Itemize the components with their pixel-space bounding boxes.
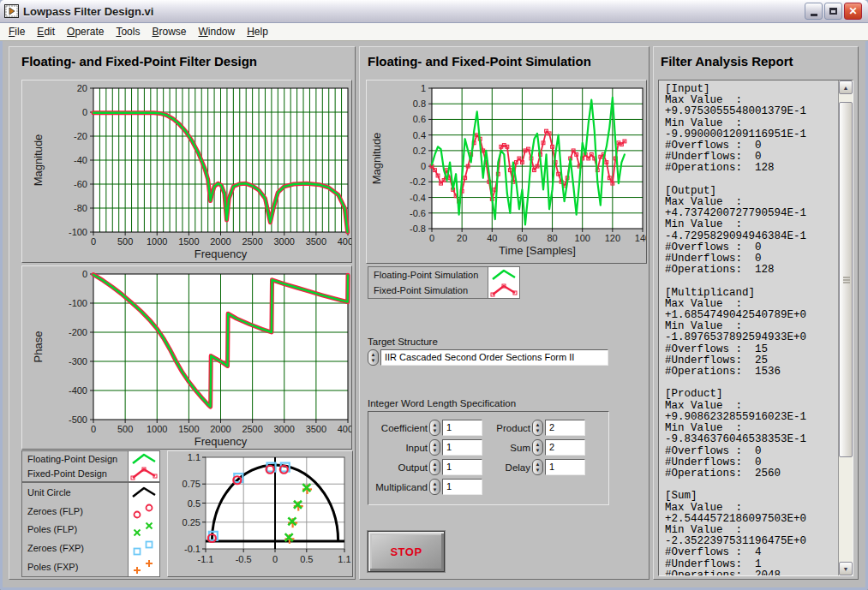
sim-legend-row[interactable]: Fixed-Point Simulation <box>368 283 519 298</box>
iwl-spinner-coefficient[interactable]: ▲▼ <box>429 420 440 436</box>
svg-text:-0.6: -0.6 <box>410 208 426 218</box>
svg-text:-80: -80 <box>74 203 87 213</box>
iwl-label-coefficient: Coefficient <box>368 423 428 433</box>
simulation-graph[interactable]: 02040608010012014010.80.60.40.20-0.2-0.4… <box>366 80 647 264</box>
iwl-spinner-delay[interactable]: ▲▼ <box>532 459 543 475</box>
iwl-control-output: Output▲▼1 <box>368 459 482 475</box>
close-button[interactable]: ✕ <box>844 3 862 20</box>
target-structure-control[interactable]: ▲▼ IIR Cascaded Second Order Sections Fo… <box>368 349 608 366</box>
sim-legend-sample-icon[interactable] <box>488 267 519 283</box>
svg-text:0: 0 <box>421 161 426 171</box>
svg-text:-0.5: -0.5 <box>236 554 252 564</box>
minimize-button[interactable] <box>805 3 823 20</box>
scrollbar-thumb[interactable] <box>839 102 853 457</box>
pole-zero-plot[interactable]: -1.1-0.500.51.1-0.10.250.50.751.1 <box>167 450 353 577</box>
pz-legend-sample-icon[interactable] <box>128 539 159 557</box>
magnitude-graph[interactable]: 05001000150020002500300035004000200-20-4… <box>21 80 352 263</box>
pz-legend-label: Zeroes (FLP) <box>22 506 128 516</box>
sim-legend-label: Floating-Point Simulation <box>368 270 488 280</box>
iwl-value-product[interactable]: 2 <box>545 420 585 436</box>
design-legend-sample-icon[interactable] <box>128 467 159 482</box>
iwl-control-input: Input▲▼1 <box>368 439 482 456</box>
pz-legend-row[interactable]: Poles (FXP) <box>22 557 159 576</box>
pz-legend-row[interactable]: Poles (FLP) <box>22 521 159 539</box>
spinner-up-icon: ▲ <box>371 352 376 358</box>
svg-text:-20: -20 <box>74 131 87 141</box>
svg-text:-200: -200 <box>69 327 87 337</box>
maximize-button[interactable] <box>824 3 842 20</box>
scrollbar-grip <box>843 277 850 278</box>
pz-legend-row[interactable]: Unit Circle <box>22 483 159 502</box>
target-structure-value[interactable]: IIR Cascaded Second Order Sections Form … <box>380 349 608 366</box>
svg-text:3500: 3500 <box>306 236 326 247</box>
svg-text:Frequency: Frequency <box>195 247 248 260</box>
iwl-spinner-product[interactable]: ▲▼ <box>532 420 543 436</box>
phase-graph[interactable]: 050010001500200025003000350040000-100-20… <box>21 265 352 450</box>
spinner-down-icon: ▼ <box>536 428 541 434</box>
menu-item-edit[interactable]: Edit <box>31 24 61 39</box>
simulation-panel: Floating- and Fixed-Point Simulation 020… <box>359 46 650 580</box>
design-section-title: Floating- and Fixed-Point Filter Design <box>21 54 257 69</box>
design-legend-row[interactable]: Floating-Point Design <box>22 451 159 467</box>
svg-text:20: 20 <box>457 233 467 243</box>
iwl-label-delay: Delay <box>471 462 530 473</box>
title-bar[interactable]: Lowpass Filter Design.vi ✕ <box>0 0 868 23</box>
menu-item-file[interactable]: File <box>3 24 31 39</box>
svg-text:3500: 3500 <box>306 424 326 434</box>
iwl-spinner-output[interactable]: ▲▼ <box>429 459 440 475</box>
svg-text:2500: 2500 <box>242 236 262 247</box>
pz-legend-sample-icon[interactable] <box>128 557 159 576</box>
svg-text:0: 0 <box>82 107 87 117</box>
iwl-groupbox: Coefficient▲▼1Input▲▼1Output▲▼1Multiplic… <box>368 411 609 505</box>
iwl-spinner-sum[interactable]: ▲▼ <box>532 439 543 456</box>
scroll-up-button[interactable]: ▲ <box>839 80 853 94</box>
svg-text:-60: -60 <box>74 179 87 189</box>
svg-text:1500: 1500 <box>178 424 199 434</box>
menu-item-browse[interactable]: Browse <box>146 24 192 39</box>
scroll-up-icon: ▲ <box>843 85 849 91</box>
svg-text:100: 100 <box>575 233 590 243</box>
menu-item-window[interactable]: Window <box>192 24 241 39</box>
target-structure-spinner[interactable]: ▲▼ <box>368 349 379 366</box>
iwl-control-product: Product▲▼2 <box>471 420 585 436</box>
svg-text:0.25: 0.25 <box>183 517 201 527</box>
iwl-value-sum[interactable]: 2 <box>545 439 585 456</box>
iwl-value-multiplicand[interactable]: 1 <box>442 479 482 495</box>
svg-text:40: 40 <box>487 233 497 243</box>
pz-legend-sample-icon[interactable] <box>128 502 159 521</box>
iwl-label-product: Product <box>471 423 530 433</box>
svg-text:-0.1: -0.1 <box>184 544 201 554</box>
svg-text:3000: 3000 <box>274 424 295 434</box>
iwl-label: Integer Word Length Specification <box>368 398 516 408</box>
svg-text:1000: 1000 <box>147 424 167 434</box>
pz-legend-label: Poles (FXP) <box>22 562 128 572</box>
svg-text:-300: -300 <box>69 356 87 367</box>
svg-text:3000: 3000 <box>274 236 295 247</box>
menu-item-tools[interactable]: Tools <box>110 24 146 39</box>
menu-item-help[interactable]: Help <box>241 24 274 39</box>
pz-legend-sample-icon[interactable] <box>128 483 159 502</box>
sim-legend-row[interactable]: Floating-Point Simulation <box>368 267 519 283</box>
spinner-up-icon: ▲ <box>536 462 541 468</box>
scroll-down-button[interactable]: ▼ <box>839 562 853 575</box>
svg-text:0.4: 0.4 <box>413 130 426 140</box>
design-legend-sample-icon[interactable] <box>128 451 159 467</box>
stop-button[interactable]: STOP <box>368 531 445 572</box>
simulation-legend: Floating-Point SimulationFixed-Point Sim… <box>368 266 520 299</box>
svg-text:Magnitude: Magnitude <box>32 134 45 187</box>
window-title: Lowpass Filter Design.vi <box>23 5 805 18</box>
pz-legend-label: Zeroes (FXP) <box>22 543 128 553</box>
scroll-down-icon: ▼ <box>843 566 849 572</box>
pz-legend-row[interactable]: Zeroes (FLP) <box>22 502 159 521</box>
svg-text:500: 500 <box>117 424 133 434</box>
report-textbox[interactable]: [Input] Max Value : +9.9753055548001379E… <box>658 80 853 576</box>
pz-legend-sample-icon[interactable] <box>128 521 159 539</box>
pz-legend-row[interactable]: Zeroes (FXP) <box>22 539 159 557</box>
iwl-spinner-multiplicand[interactable]: ▲▼ <box>429 479 440 495</box>
sim-legend-sample-icon[interactable] <box>488 283 519 298</box>
report-scrollbar[interactable]: ▲ ▼ <box>838 80 853 575</box>
iwl-spinner-input[interactable]: ▲▼ <box>429 439 440 456</box>
design-legend-row[interactable]: Fixed-Point Design <box>22 467 159 482</box>
menu-item-operate[interactable]: Operate <box>61 24 110 39</box>
iwl-value-delay[interactable]: 1 <box>545 459 585 475</box>
